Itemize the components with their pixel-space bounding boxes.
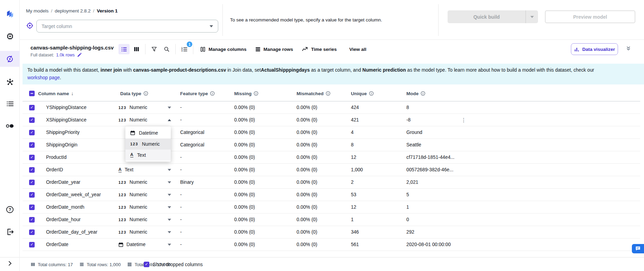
row-checkbox[interactable]: ✓ (29, 155, 35, 160)
row-checkbox[interactable]: ✓ (29, 229, 35, 235)
feature-type-cell: - (180, 105, 234, 110)
info-icon[interactable] (210, 91, 215, 96)
data-visualizer-button[interactable]: Data visualizer (571, 43, 618, 55)
columns-icon (30, 262, 35, 267)
column-header-mode[interactable]: Mode (406, 91, 640, 96)
quick-build-button[interactable]: Quick build (448, 10, 538, 23)
dropdown-item-datetime[interactable]: Datetime (125, 127, 171, 138)
table-row: ✓YShippingDistance123Numeric-0.00% (0)0.… (23, 101, 640, 114)
edit-pencil-icon[interactable] (77, 53, 82, 57)
canvas-logo-icon[interactable] (0, 8, 20, 20)
chat-bubble-icon (635, 246, 641, 251)
row-checkbox[interactable]: ✓ (29, 192, 35, 198)
data-type-cell[interactable]: 123Numeric (118, 192, 180, 197)
column-name-cell: ShippingOrigin (46, 142, 118, 147)
column-header-data-type[interactable]: Data type (120, 91, 180, 96)
header-divider-2 (438, 4, 439, 36)
data-type-cell[interactable]: 123Numeric (118, 229, 180, 235)
chat-widget-button[interactable] (632, 244, 644, 253)
data-type-value: Numeric (130, 229, 147, 235)
logout-icon[interactable] (0, 227, 20, 237)
data-type-cell[interactable]: 123Numeric (118, 117, 180, 123)
column-name-cell: OrderDate_week_of_year (46, 192, 118, 197)
row-checkbox[interactable]: ✓ (29, 217, 35, 223)
data-type-chevron-down-icon[interactable] (168, 169, 171, 171)
row-checkbox[interactable]: ✓ (29, 180, 35, 185)
custom-models-icon[interactable] (0, 77, 20, 87)
workshop-page-link[interactable]: workshop page (27, 75, 60, 80)
dropdown-item-text[interactable]: AText (125, 150, 171, 161)
preview-model-button[interactable]: Preview model (545, 10, 635, 23)
row-checkbox[interactable]: ✓ (29, 167, 35, 173)
quick-build-dropdown[interactable] (526, 10, 538, 23)
info-icon[interactable] (369, 91, 374, 96)
rows-count-link[interactable]: 1.0k rows (56, 53, 75, 57)
column-header-feature-type[interactable]: Feature type (180, 91, 234, 96)
expand-sidebar-button[interactable] (0, 259, 20, 268)
row-checkbox[interactable]: ✓ (29, 142, 35, 148)
sort-list-button[interactable]: 123 1 (179, 44, 190, 54)
select-all-checkbox[interactable] (29, 91, 35, 96)
filter-button[interactable] (149, 44, 160, 54)
data-type-chevron-down-icon[interactable] (168, 107, 171, 109)
data-type-cell[interactable]: Datetime (118, 242, 180, 247)
sagemaker-canvas-app: ? My models/deployment 2.8.2/Version 1 (0, 0, 644, 271)
list-view-button[interactable] (118, 44, 130, 54)
data-type-cell[interactable]: AText (118, 167, 180, 172)
time-series-button[interactable]: Time series (301, 46, 337, 52)
column-header-column-name[interactable]: Column name↓ (38, 91, 118, 96)
dropdown-item-numeric[interactable]: 123Numeric (125, 138, 171, 150)
datasets-icon[interactable] (0, 99, 20, 109)
row-checkbox[interactable]: ✓ (29, 205, 35, 210)
toolbar-separator (145, 44, 145, 54)
data-type-cell[interactable]: 123Numeric (118, 180, 180, 185)
missing-cell: 0.00% (0) (234, 117, 297, 123)
sidebar-item-my-models[interactable] (0, 51, 20, 67)
data-type-cell[interactable]: 123Numeric (118, 217, 180, 222)
data-type-cell[interactable]: 123Numeric (118, 105, 180, 110)
sort-descending-icon[interactable]: ↓ (71, 91, 73, 96)
data-type-chevron-down-icon[interactable] (168, 231, 171, 233)
data-type-value: Datetime (126, 242, 145, 247)
collapse-double-chevron-icon[interactable] (625, 46, 632, 53)
info-icon[interactable] (254, 91, 258, 96)
row-checkbox[interactable]: ✓ (29, 130, 35, 135)
sidebar-footer-divider (0, 257, 19, 258)
data-type-chevron-down-icon[interactable] (168, 181, 171, 183)
column-header-missing[interactable]: Missing (234, 91, 297, 96)
compute-icon[interactable] (0, 31, 20, 42)
data-type-cell[interactable]: 123Numeric (118, 205, 180, 210)
data-type-value: Numeric (130, 105, 147, 110)
data-type-chevron-down-icon[interactable] (168, 244, 171, 246)
help-icon[interactable]: ? (0, 204, 20, 215)
target-column-select[interactable]: Target column (36, 20, 218, 33)
info-icon[interactable] (326, 91, 330, 96)
show-dropped-columns-checkbox[interactable]: ✓ (144, 262, 149, 267)
manage-rows-button[interactable]: Manage rows (255, 46, 293, 52)
automations-icon[interactable] (0, 121, 20, 131)
breadcrumb-my-models[interactable]: My models (26, 8, 48, 13)
column-name-cell: OrderDate_day_of_year (46, 229, 118, 235)
row-actions-kebab-icon[interactable]: ⋮ (461, 114, 466, 126)
data-type-chevron-down-icon[interactable] (168, 219, 171, 221)
data-type-chevron-down-icon[interactable] (168, 194, 171, 196)
feature-type-cell: - (180, 242, 234, 247)
view-all-button[interactable]: View all (349, 47, 366, 52)
mismatched-cell: 0.00% (0) (297, 130, 351, 135)
row-checkbox[interactable]: ✓ (29, 242, 35, 247)
info-icon[interactable] (143, 91, 148, 96)
breadcrumb-version: Version 1 (97, 8, 117, 13)
search-button[interactable] (161, 44, 172, 54)
row-checkbox[interactable]: ✓ (29, 117, 35, 123)
row-checkbox[interactable]: ✓ (29, 105, 35, 110)
info-icon[interactable] (421, 91, 425, 96)
data-type-chevron-up-icon[interactable] (168, 119, 171, 121)
data-type-value: Text (125, 167, 133, 172)
data-type-chevron-down-icon[interactable] (168, 206, 171, 208)
grid-view-button[interactable] (131, 44, 142, 54)
manage-columns-button[interactable]: Manage columns (200, 46, 247, 52)
column-header-mismatched[interactable]: Mismatched (297, 91, 351, 96)
table-footer: Total columns: 17 Total rows: 1,000 Tota… (20, 257, 644, 271)
breadcrumb-deployment[interactable]: deployment 2.8.2 (55, 8, 91, 13)
column-header-unique[interactable]: Unique (351, 91, 406, 96)
